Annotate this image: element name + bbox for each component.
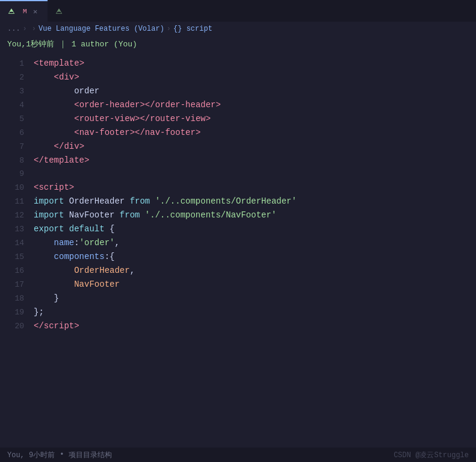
- code-line-15: 15 components:{: [0, 250, 476, 264]
- tab-bar: M ✕: [0, 0, 476, 22]
- line-number: 6: [5, 126, 24, 140]
- editor-content[interactable]: 1<template>2 <div>3 order4 <order-header…: [0, 52, 476, 338]
- line-content: <template>: [34, 57, 84, 70]
- breadcrumb-volar: Vue Language Features (Volar): [39, 25, 164, 33]
- status-project-label: 项目目录结构: [69, 450, 112, 460]
- code-line-6: 6 <nav-footer></nav-footer>: [0, 126, 476, 140]
- vue-icon-2: [55, 7, 63, 16]
- line-number: 8: [5, 154, 24, 167]
- line-number: 3: [5, 85, 24, 98]
- line-number: 14: [5, 237, 24, 250]
- line-number: 18: [5, 292, 24, 305]
- tab-order-close[interactable]: ✕: [31, 7, 40, 16]
- line-content: </script>: [34, 319, 79, 332]
- breadcrumb-dots: ...: [7, 25, 20, 33]
- code-line-3: 3 order: [0, 84, 476, 98]
- line-number: 9: [5, 167, 24, 181]
- line-content: components:{: [34, 250, 114, 263]
- status-dot: •: [60, 451, 64, 459]
- line-number: 10: [5, 181, 24, 195]
- line-content: <nav-footer></nav-footer>: [34, 126, 200, 139]
- line-content: import NavFooter from './..components/Na…: [34, 208, 276, 222]
- code-line-9: 9: [0, 167, 476, 181]
- line-content: };: [34, 305, 44, 319]
- code-line-10: 10<script>: [0, 181, 476, 195]
- code-line-8: 8</template>: [0, 154, 476, 167]
- code-line-4: 4 <order-header></order-header>: [0, 98, 476, 112]
- tab-order-vue[interactable]: M ✕: [0, 0, 48, 22]
- line-number: 17: [5, 278, 24, 292]
- status-right: CSDN @凌云Struggle: [394, 450, 469, 460]
- code-line-12: 12import NavFooter from './..components/…: [0, 208, 476, 222]
- status-left: You, 9小时前 • 项目目录结构: [7, 450, 112, 460]
- code-line-7: 7 </div>: [0, 140, 476, 154]
- line-number: 19: [5, 306, 24, 319]
- line-number: 13: [5, 223, 24, 236]
- line-content: NavFooter: [34, 278, 120, 291]
- line-number: 1: [5, 57, 24, 70]
- code-line-5: 5 <router-view></router-view>: [0, 112, 476, 126]
- line-number: 4: [5, 99, 24, 112]
- breadcrumb: ... › › Vue Language Features (Volar) › …: [0, 22, 476, 36]
- line-number: 16: [5, 264, 24, 278]
- watermark: CSDN @凌云Struggle: [394, 450, 469, 460]
- code-line-17: 17 NavFooter: [0, 278, 476, 292]
- line-content: export default {: [34, 222, 114, 236]
- line-content: <script>: [34, 181, 74, 194]
- line-number: 15: [5, 251, 24, 264]
- git-info: You, 1秒钟前 ｜ 1 author (You): [0, 36, 476, 52]
- breadcrumb-script: {} script: [173, 25, 212, 33]
- code-line-1: 1<template>: [0, 57, 476, 70]
- code-line-11: 11import OrderHeader from './..component…: [0, 195, 476, 208]
- line-content: }: [34, 292, 59, 305]
- line-content: </div>: [34, 140, 84, 153]
- code-line-18: 18 }: [0, 292, 476, 305]
- code-line-14: 14 name:'order',: [0, 236, 476, 250]
- line-content: <router-view></router-view>: [34, 112, 211, 125]
- code-line-13: 13export default {: [0, 222, 476, 236]
- code-line-16: 16 OrderHeader,: [0, 264, 476, 278]
- code-line-2: 2 <div>: [0, 70, 476, 84]
- line-number: 11: [5, 195, 24, 208]
- line-number: 20: [5, 320, 24, 333]
- code-line-20: 20</script>: [0, 319, 476, 333]
- git-author: You,: [7, 40, 26, 49]
- line-content: order: [34, 84, 99, 98]
- line-content: <order-header></order-header>: [34, 98, 221, 111]
- line-content: </template>: [34, 154, 89, 167]
- tab-index-vue[interactable]: [48, 0, 74, 22]
- line-number: 12: [5, 209, 24, 222]
- status-git-author: You, 9小时前: [7, 450, 55, 460]
- code-line-19: 19};: [0, 305, 476, 319]
- line-number: 2: [5, 71, 24, 84]
- line-number: 7: [5, 140, 24, 154]
- tab-order-modified: M: [23, 8, 27, 15]
- git-author-count: 1 author (You): [72, 40, 137, 49]
- line-content: OrderHeader,: [34, 264, 135, 277]
- vue-icon: [7, 7, 16, 16]
- line-number: 5: [5, 113, 24, 126]
- git-time: 1秒钟前: [26, 39, 54, 49]
- line-content: name:'order',: [34, 236, 120, 249]
- line-content: <div>: [34, 70, 79, 84]
- line-content: import OrderHeader from './..components/…: [34, 195, 297, 208]
- status-bar: You, 9小时前 • 项目目录结构 CSDN @凌云Struggle: [0, 448, 476, 462]
